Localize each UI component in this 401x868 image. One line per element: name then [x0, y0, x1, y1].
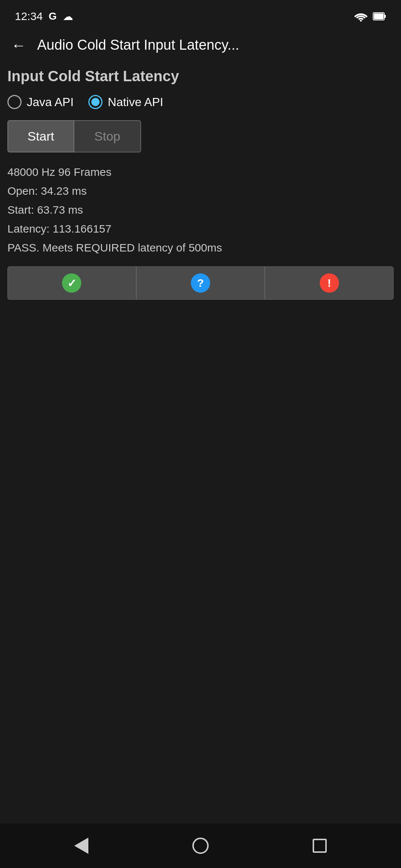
- status-bar: 12:34 G ☁: [0, 0, 401, 30]
- pass-status-button[interactable]: ✓: [7, 266, 136, 300]
- question-status-button[interactable]: ?: [136, 266, 265, 300]
- pass-checkmark: ✓: [67, 277, 76, 290]
- status-right: [354, 11, 386, 22]
- fail-status-button[interactable]: !: [265, 266, 394, 300]
- cloud-icon: ☁: [63, 10, 73, 23]
- status-left: 12:34 G ☁: [15, 10, 73, 23]
- status-time: 12:34: [15, 10, 43, 23]
- bottom-nav: [0, 823, 401, 868]
- result-hz-frames: 48000 Hz 96 Frames: [7, 164, 394, 180]
- native-api-option[interactable]: Native API: [88, 95, 163, 109]
- page-title: Audio Cold Start Input Latency...: [37, 37, 239, 53]
- native-api-label: Native API: [108, 95, 163, 109]
- recent-nav-button[interactable]: [313, 839, 327, 853]
- stop-button[interactable]: Stop: [74, 120, 141, 152]
- home-nav-icon: [192, 838, 209, 854]
- pass-icon: ✓: [62, 273, 81, 293]
- result-open: Open: 34.23 ms: [7, 183, 394, 199]
- fail-icon: !: [320, 273, 339, 293]
- question-icon: ?: [191, 273, 210, 293]
- back-nav-icon: [74, 838, 88, 854]
- java-api-radio[interactable]: [7, 95, 22, 109]
- main-content: Input Cold Start Latency Java API Native…: [0, 60, 401, 823]
- svg-point-0: [360, 20, 362, 22]
- section-title: Input Cold Start Latency: [7, 68, 394, 85]
- fail-exclamation: !: [327, 277, 331, 289]
- native-api-radio[interactable]: [88, 95, 102, 109]
- wifi-icon: [354, 11, 368, 22]
- recent-nav-icon: [313, 839, 327, 853]
- top-nav: ← Audio Cold Start Input Latency...: [0, 30, 401, 60]
- status-buttons: ✓ ? !: [7, 266, 394, 300]
- back-button[interactable]: ←: [11, 38, 26, 53]
- java-api-option[interactable]: Java API: [7, 95, 74, 109]
- result-pass: PASS. Meets REQUIRED latency of 500ms: [7, 239, 394, 256]
- back-nav-button[interactable]: [74, 838, 88, 854]
- svg-rect-3: [374, 13, 384, 19]
- result-info: 48000 Hz 96 Frames Open: 34.23 ms Start:…: [7, 164, 394, 256]
- api-radio-group: Java API Native API: [7, 95, 394, 109]
- svg-rect-2: [384, 15, 386, 18]
- question-mark: ?: [197, 277, 204, 289]
- result-latency: Latency: 113.166157: [7, 220, 394, 237]
- google-icon: G: [49, 10, 57, 22]
- battery-icon: [373, 11, 386, 21]
- result-start: Start: 63.73 ms: [7, 201, 394, 218]
- start-button[interactable]: Start: [7, 120, 74, 152]
- control-buttons: Start Stop: [7, 120, 394, 152]
- java-api-label: Java API: [27, 95, 74, 109]
- home-nav-button[interactable]: [192, 838, 209, 854]
